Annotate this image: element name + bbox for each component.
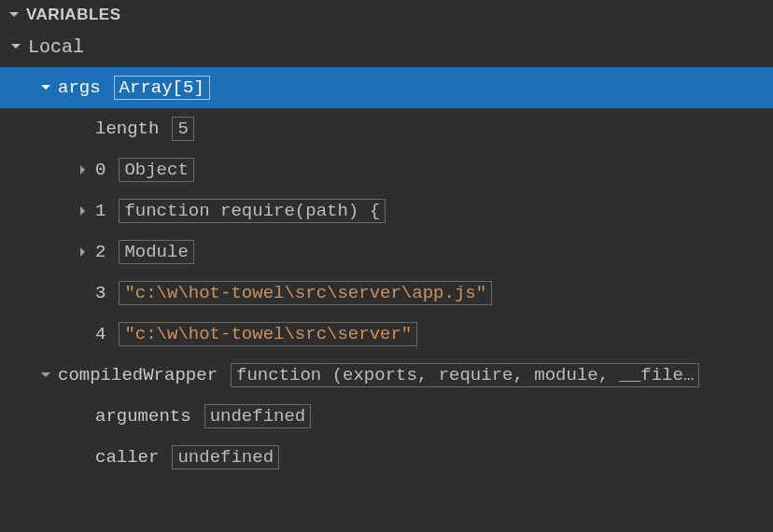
chevron-down-icon: [37, 367, 54, 384]
tree-row[interactable]: 2 Module: [0, 231, 773, 273]
variable-value: Module: [119, 240, 193, 264]
variable-name: caller: [95, 447, 159, 468]
panel-title: VARIABLES: [26, 6, 120, 24]
tree-row[interactable]: args Array[5]: [0, 67, 773, 108]
tree-row[interactable]: 4 "c:\w\hot-towel\src\server": [0, 314, 773, 355]
scope-name: Local: [28, 36, 84, 58]
tree-row[interactable]: 3 "c:\w\hot-towel\src\server\app.js": [0, 273, 773, 314]
chevron-down-icon: [37, 79, 54, 96]
variable-value: undefined: [204, 404, 312, 428]
tree-row[interactable]: 1 function require(path) {: [0, 190, 773, 231]
chevron-down-icon: [6, 7, 22, 23]
tree-row[interactable]: arguments undefined: [0, 396, 773, 437]
chevron-right-icon: [75, 203, 91, 219]
variable-value: Object: [119, 158, 193, 182]
variable-name: args: [58, 77, 101, 98]
variable-value: function (exports, require, module, __fi…: [231, 363, 699, 387]
variable-value: "c:\w\hot-towel\src\server": [119, 322, 417, 346]
panel-header[interactable]: VARIABLES: [0, 0, 773, 30]
chevron-down-icon: [7, 38, 24, 55]
tree-row[interactable]: caller undefined: [0, 437, 773, 478]
variable-value: 5: [172, 117, 193, 141]
variable-name: 1: [95, 201, 105, 221]
variable-name: length: [95, 119, 159, 139]
chevron-right-icon: [75, 244, 91, 260]
variable-name: 3: [95, 283, 105, 303]
variable-value: "c:\w\hot-towel\src\server\app.js": [119, 281, 492, 305]
variable-value: function require(path) {: [119, 199, 386, 223]
variable-value: undefined: [172, 445, 279, 469]
variable-name: arguments: [95, 406, 191, 427]
variable-name: 2: [95, 242, 105, 262]
scope-local-header[interactable]: Local: [0, 30, 773, 63]
chevron-right-icon: [75, 161, 91, 178]
variable-value: Array[5]: [114, 76, 210, 100]
variable-name: 4: [95, 324, 105, 344]
variable-name: 0: [95, 160, 105, 180]
tree-row[interactable]: length 5: [0, 108, 773, 149]
variables-tree: args Array[5] length 5 0 Object 1 functi…: [0, 63, 773, 478]
variables-panel: VARIABLES Local args Array[5] length 5 0: [0, 0, 773, 532]
variable-name: compiledWrapper: [58, 365, 218, 385]
tree-row[interactable]: 0 Object: [0, 149, 773, 190]
tree-row[interactable]: compiledWrapper function (exports, requi…: [0, 355, 773, 396]
